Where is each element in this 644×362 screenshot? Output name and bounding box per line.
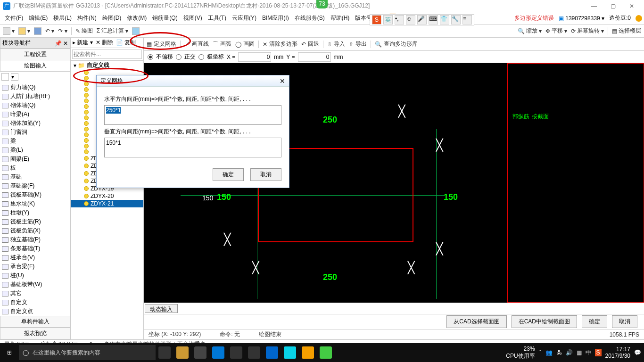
tree-node[interactable]: 桩承台(V): [2, 253, 68, 262]
ime-keyboard-icon[interactable]: ⌨: [429, 15, 438, 25]
tree-node[interactable]: 其它: [2, 289, 68, 298]
query-library-button[interactable]: 🔍查询多边形库: [375, 40, 418, 48]
tree-node[interactable]: 砌体加筋(Y): [2, 119, 68, 128]
taskbar-app-7[interactable]: [320, 346, 332, 359]
menu-rebar[interactable]: 钢筋量(Q): [149, 14, 180, 22]
menu-cloud[interactable]: 云应用(Y): [229, 14, 259, 22]
y-input[interactable]: [298, 52, 331, 62]
v-spacing-input[interactable]: [104, 138, 281, 157]
search-input[interactable]: [72, 49, 142, 59]
tree-node[interactable]: 暗梁(A): [2, 110, 68, 119]
taskbar-app-1[interactable]: [176, 346, 189, 359]
tree-node[interactable]: 承台梁(F): [2, 262, 68, 271]
draw-circle-button[interactable]: ◯画圆: [235, 40, 255, 48]
tree-node[interactable]: 圈梁(E): [2, 155, 68, 164]
dialog-header[interactable]: 定义网格 ✕: [97, 75, 289, 87]
tray-net-icon[interactable]: 🖧: [556, 349, 562, 356]
tree-node[interactable]: 筏板基础(M): [2, 190, 68, 199]
tray-cpu[interactable]: 23%CPU使用率: [506, 346, 535, 360]
minimize-button[interactable]: —: [585, 0, 603, 12]
open-button[interactable]: ▾: [18, 27, 30, 35]
tree-node[interactable]: 自定义点: [2, 307, 68, 316]
taskbar-app-6[interactable]: [302, 346, 314, 359]
dialog-cancel-button[interactable]: 取消: [250, 168, 281, 181]
tab-project-setting[interactable]: 工程设置: [0, 49, 70, 60]
component-tree[interactable]: 剪力墙(Q)人防门框墙(RF)砌体墙(Q)暗梁(A)砌体加筋(Y)门窗洞梁梁(L…: [0, 82, 70, 316]
ime-sogou-icon[interactable]: S: [372, 15, 381, 25]
task-view-button[interactable]: [158, 346, 171, 359]
ime-bar[interactable]: S 英 •, ☺ 🎤 ⌨ 👕 🔧 ≡: [370, 14, 474, 25]
taskbar-edge[interactable]: [212, 346, 224, 359]
define-grid-button[interactable]: ▦ 定义网格: [147, 40, 176, 48]
tree-node[interactable]: 独立基础(P): [2, 235, 68, 244]
close-button[interactable]: ✕: [622, 0, 641, 12]
pan-button[interactable]: ✥ 平移 ▾: [545, 27, 567, 35]
cloud-button[interactable]: [132, 27, 140, 35]
list-item[interactable]: ZDYX-20: [71, 192, 143, 200]
menu-view[interactable]: 视图(V): [181, 14, 205, 22]
taskbar-store[interactable]: [230, 346, 242, 359]
tray-notif-icon[interactable]: 💬: [634, 349, 641, 356]
tray-clock[interactable]: 17:172017/9/30: [605, 346, 630, 360]
tree-node[interactable]: 自定义: [2, 298, 68, 307]
tree-node[interactable]: 筏板负筋(X): [2, 226, 68, 235]
taskbar-app-5[interactable]: [284, 346, 296, 359]
tree-node[interactable]: 门窗洞: [2, 128, 68, 137]
nav-tool-2[interactable]: ▾: [11, 73, 18, 81]
taskbar-app-4[interactable]: [266, 346, 278, 359]
copy-component-button[interactable]: 📄 复制: [116, 39, 136, 47]
ime-tool-icon[interactable]: 🔧: [451, 15, 461, 25]
tab-draw-input[interactable]: 绘图输入: [0, 60, 70, 72]
rotate-button[interactable]: ⟳ 屏幕旋转 ▾: [571, 27, 604, 35]
zoom-button[interactable]: 🔍 缩放 ▾: [518, 27, 542, 35]
in-cad-button[interactable]: 在CAD中绘制截面图: [512, 315, 577, 328]
tree-node[interactable]: 剪力墙(Q): [2, 83, 68, 92]
tree-node[interactable]: 筏板主筋(R): [2, 217, 68, 226]
nav-tool-1[interactable]: [1, 73, 9, 81]
tab-single-input[interactable]: 单构件输入: [0, 316, 70, 328]
tree-node[interactable]: 梁: [2, 137, 68, 146]
ime-mic-icon[interactable]: 🎤: [417, 15, 427, 25]
warn-text[interactable]: 多边形定义错误: [514, 14, 554, 22]
undo-button[interactable]: ↶ ▾: [45, 28, 54, 34]
list-root[interactable]: ▾ 📁 自定义线: [71, 61, 143, 70]
pin-icon[interactable]: 📌 ✕: [55, 40, 68, 47]
menu-draw[interactable]: 绘图(D): [99, 14, 124, 22]
tree-node[interactable]: 条形基础(T): [2, 244, 68, 253]
undo-polygon-button[interactable]: ↶回退: [301, 40, 319, 48]
start-button[interactable]: ⊞: [0, 343, 19, 362]
taskbar-search[interactable]: ◯ 在这里输入你要搜索的内容: [19, 345, 156, 360]
from-cad-button[interactable]: 从CAD选择截面图: [446, 315, 506, 328]
tray-ime-icon[interactable]: 中: [586, 349, 591, 357]
draw-arc-button[interactable]: ⌒画弧: [213, 40, 231, 48]
dynamic-input-button[interactable]: 动态输入: [145, 304, 178, 313]
tree-node[interactable]: 基础梁(F): [2, 181, 68, 190]
menu-edit[interactable]: 编辑(E): [26, 14, 50, 22]
menu-floor[interactable]: 楼层(L): [50, 14, 74, 22]
menu-bim[interactable]: BIM应用(I): [259, 14, 292, 22]
account-text[interactable]: ▣ 13907298339 ▾: [559, 15, 604, 22]
section-ok-button[interactable]: 确定: [582, 315, 607, 328]
sum-button[interactable]: Σ 汇总计算 ▾: [97, 27, 129, 35]
new-component-button[interactable]: ▸ 新建 ▾: [73, 39, 93, 47]
export-button[interactable]: ⇧导出: [349, 40, 367, 48]
dialog-ok-button[interactable]: 确定: [213, 168, 244, 181]
tree-node[interactable]: 板: [2, 164, 68, 173]
menu-file[interactable]: 文件(F): [2, 14, 26, 22]
tray-batt-icon[interactable]: ▥: [577, 349, 582, 356]
radio-polar[interactable]: [198, 54, 204, 60]
radio-ortho[interactable]: [176, 54, 182, 60]
ime-emoji-icon[interactable]: ☺: [406, 15, 415, 25]
taskbar-app-3[interactable]: [248, 346, 260, 359]
clear-polygon-button[interactable]: ✕清除多边形: [263, 40, 297, 48]
new-file-button[interactable]: ▾: [3, 27, 15, 35]
tree-node[interactable]: 人防门框墙(RF): [2, 92, 68, 101]
save-button[interactable]: [34, 27, 41, 35]
tray-vol-icon[interactable]: 🔊: [566, 349, 573, 356]
menu-modify[interactable]: 修改(M): [124, 14, 149, 22]
maximize-button[interactable]: ▢: [603, 0, 622, 12]
taskbar-app-2[interactable]: [194, 346, 206, 359]
draw-button[interactable]: ✎ 绘图: [75, 27, 93, 35]
tree-node[interactable]: 砌体墙(Q): [2, 101, 68, 110]
tree-node[interactable]: 基础: [2, 173, 68, 181]
